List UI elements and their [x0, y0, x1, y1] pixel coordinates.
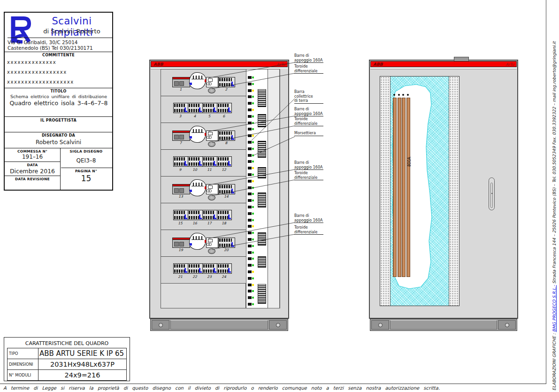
row-label: DIMENSIONI: [8, 359, 38, 369]
characteristics-grid: TIPO ABB ARTU SERIE K IP 65DIMENSIONI 20…: [7, 348, 127, 381]
annotation-line: Barre di: [294, 214, 323, 218]
credit-suffix: Strada Francesca 144 – 25026 Pontevico (…: [552, 41, 557, 285]
breaker-lever-icon: [184, 215, 187, 219]
terminal-block-icon: [248, 186, 255, 189]
characteristics-title: CARATTERISTICHE DEL QUADRO: [4, 340, 130, 346]
device-number: 14: [221, 194, 231, 199]
support-busbar-icon: [258, 141, 266, 158]
annotation-label: Toroidedifferenziale: [294, 171, 323, 180]
divider: [61, 168, 112, 168]
annotation-label: Barre diappoggio 160A: [294, 54, 323, 63]
committente-line: xxxxxxxxxxxxxxxxxxx: [7, 79, 74, 85]
breaker-lever-icon: [199, 215, 202, 219]
annotation-line: Toroide: [294, 64, 323, 69]
device-number: 4: [190, 114, 200, 118]
terminal-block-icon: [248, 134, 255, 137]
table-row: TIPO ABB ARTU SERIE K IP 65: [8, 348, 126, 359]
drawing-title-line2: Quadro elettrico isola 3–4–6–7–8: [7, 100, 111, 107]
breaker-group: [217, 103, 232, 113]
terminal-block-icon: [248, 257, 255, 260]
cabinet-row: 13 14: [161, 177, 246, 203]
rear-cabinet-drawing: ABB ArTu 800A: [369, 60, 518, 319]
plinth-slab: [390, 320, 497, 330]
terminal-block-icon: [248, 115, 255, 118]
company-subtitle: di Scalvini Roberto: [32, 28, 112, 35]
revision-cloud: [189, 72, 206, 89]
annotation-line: appoggio 160A: [294, 58, 323, 63]
terminal-block-icon: [248, 251, 255, 254]
annotation-line: appoggio 160A: [294, 218, 323, 223]
breaker-group: [202, 156, 217, 167]
breaker-lever-icon: [184, 161, 187, 166]
support-busbar-icon: [258, 192, 266, 208]
graphics-credit: ELABORAZIONI GRAFICHE : BMG PROGECO S.R.…: [552, 3, 557, 391]
toroid-icon: [208, 195, 215, 200]
terminal-block-icon: [248, 160, 255, 163]
breaker-lever-icon: [231, 189, 234, 193]
pagina-value: 15: [60, 174, 112, 183]
drawing-title-line1: Schema elettrico unifilare di distribuzi…: [7, 94, 111, 99]
revision-cloud: [189, 233, 206, 250]
annotation-line: differenziale: [294, 230, 323, 235]
plinth-foot: [371, 320, 389, 330]
row-value: 2031Hx948Lx637P: [38, 359, 126, 369]
annotation-label: Toroidedifferenziale: [294, 64, 323, 74]
copper-busbar: [406, 98, 410, 277]
divider: [5, 176, 60, 176]
terminal-block-icon: [248, 108, 255, 111]
breaker-group: [217, 263, 232, 274]
breaker-group: [217, 156, 232, 167]
cabinet-row: 7 8: [161, 123, 246, 150]
device-number: 15: [175, 221, 185, 225]
main-switch-device: [172, 77, 190, 87]
aux-device: [206, 238, 218, 248]
annotation-label: Barre diappoggio 160A: [294, 107, 323, 116]
terminal-block-icon: [248, 238, 255, 241]
cabinet-row: 15 16 17 18: [161, 203, 246, 230]
cable-duct-strip: [268, 69, 280, 308]
revision-cloud: [189, 126, 206, 143]
copper-busbar: [393, 98, 397, 277]
terminal-block-icon: [248, 173, 255, 176]
breaker-lever-icon: [214, 108, 216, 112]
artu-series-label: ArTu: [276, 62, 285, 67]
divider: [5, 148, 112, 148]
legal-disclaimer: A termine di Legge si riserva la proprie…: [3, 385, 440, 391]
device-number: 22: [190, 275, 200, 279]
aux-device: [206, 77, 218, 87]
busbar-terminal-dot: [398, 94, 400, 96]
table-row: DIMENSIONI 2031Hx948Lx637P: [8, 359, 126, 370]
device-number: 21: [175, 275, 185, 279]
annotation-label: Morsettiera: [294, 131, 323, 136]
terminal-block-icon: [248, 192, 255, 195]
annotation-line: differenziale: [294, 122, 323, 127]
breaker-group: [202, 103, 217, 113]
vent-strip: [449, 77, 459, 306]
copper-busbar: [398, 98, 401, 277]
front-cabinet-drawing: ABB ArTu 1 2 3 4 5 6 7 8 9 10 11: [149, 60, 289, 319]
row-value: ABB ARTU SERIE K IP 65: [38, 348, 126, 359]
terminal-block-icon: [248, 122, 255, 124]
device-number: 24: [219, 275, 229, 279]
breaker-lever-icon: [214, 161, 216, 166]
breaker-group: [218, 238, 235, 248]
annotation-line: appoggio 160A: [294, 112, 323, 117]
annotation-line: Barre di: [294, 54, 323, 58]
support-busbar-icon: [258, 232, 266, 246]
terminal-block-icon: [248, 219, 255, 222]
divider: [8, 38, 112, 38]
commessa-value: 191–16: [5, 154, 60, 160]
device-number: 8: [221, 141, 231, 145]
terminal-block-icon: [248, 180, 255, 183]
plinth-slab: [170, 320, 268, 330]
device-number: 19: [176, 248, 186, 252]
device-number: 6: [219, 114, 229, 118]
annotation-line: Barra collettrice: [294, 90, 323, 99]
breaker-group: [173, 103, 188, 113]
annotation-line: differenziale: [294, 69, 323, 74]
bolt-icon: [378, 323, 383, 327]
terminal-block-icon: [248, 154, 255, 157]
support-busbar-icon: [258, 284, 266, 304]
device-number: 11: [204, 168, 214, 172]
data-value: Dicembre 2016: [5, 168, 60, 175]
